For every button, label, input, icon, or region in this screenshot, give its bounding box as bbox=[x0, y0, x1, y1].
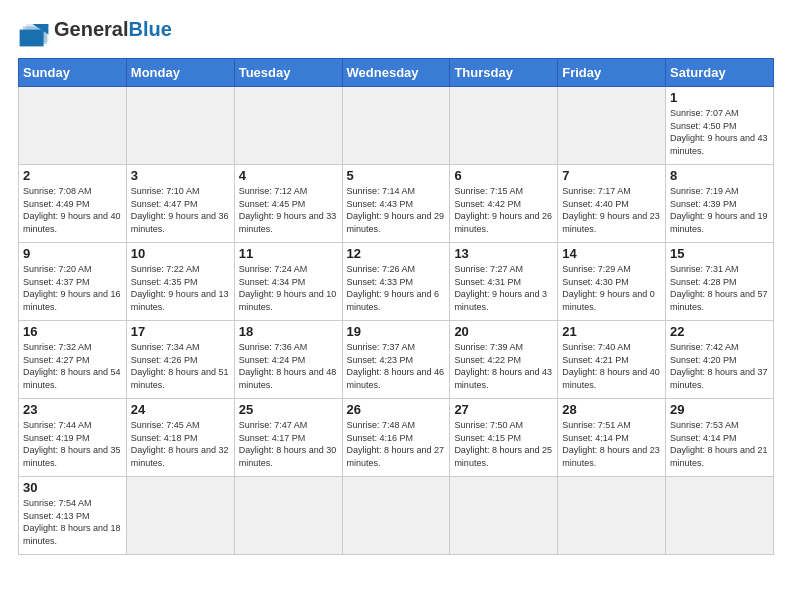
day-info: Sunrise: 7:15 AMSunset: 4:42 PMDaylight:… bbox=[454, 185, 553, 235]
svg-marker-2 bbox=[20, 30, 44, 47]
calendar-cell bbox=[126, 87, 234, 165]
day-number: 20 bbox=[454, 324, 553, 339]
calendar-cell: 15Sunrise: 7:31 AMSunset: 4:28 PMDayligh… bbox=[666, 243, 774, 321]
day-number: 24 bbox=[131, 402, 230, 417]
calendar-cell: 10Sunrise: 7:22 AMSunset: 4:35 PMDayligh… bbox=[126, 243, 234, 321]
calendar-cell: 12Sunrise: 7:26 AMSunset: 4:33 PMDayligh… bbox=[342, 243, 450, 321]
calendar-week-2: 9Sunrise: 7:20 AMSunset: 4:37 PMDaylight… bbox=[19, 243, 774, 321]
day-number: 15 bbox=[670, 246, 769, 261]
calendar-cell: 30Sunrise: 7:54 AMSunset: 4:13 PMDayligh… bbox=[19, 477, 127, 555]
day-number: 6 bbox=[454, 168, 553, 183]
calendar-cell: 14Sunrise: 7:29 AMSunset: 4:30 PMDayligh… bbox=[558, 243, 666, 321]
weekday-header-sunday: Sunday bbox=[19, 59, 127, 87]
day-info: Sunrise: 7:48 AMSunset: 4:16 PMDaylight:… bbox=[347, 419, 446, 469]
day-info: Sunrise: 7:20 AMSunset: 4:37 PMDaylight:… bbox=[23, 263, 122, 313]
day-info: Sunrise: 7:07 AMSunset: 4:50 PMDaylight:… bbox=[670, 107, 769, 157]
calendar-cell: 26Sunrise: 7:48 AMSunset: 4:16 PMDayligh… bbox=[342, 399, 450, 477]
calendar-cell: 19Sunrise: 7:37 AMSunset: 4:23 PMDayligh… bbox=[342, 321, 450, 399]
day-info: Sunrise: 7:53 AMSunset: 4:14 PMDaylight:… bbox=[670, 419, 769, 469]
calendar-cell: 9Sunrise: 7:20 AMSunset: 4:37 PMDaylight… bbox=[19, 243, 127, 321]
calendar-cell: 3Sunrise: 7:10 AMSunset: 4:47 PMDaylight… bbox=[126, 165, 234, 243]
day-info: Sunrise: 7:31 AMSunset: 4:28 PMDaylight:… bbox=[670, 263, 769, 313]
day-number: 21 bbox=[562, 324, 661, 339]
day-number: 28 bbox=[562, 402, 661, 417]
day-info: Sunrise: 7:47 AMSunset: 4:17 PMDaylight:… bbox=[239, 419, 338, 469]
calendar-cell: 29Sunrise: 7:53 AMSunset: 4:14 PMDayligh… bbox=[666, 399, 774, 477]
day-info: Sunrise: 7:44 AMSunset: 4:19 PMDaylight:… bbox=[23, 419, 122, 469]
calendar-cell: 18Sunrise: 7:36 AMSunset: 4:24 PMDayligh… bbox=[234, 321, 342, 399]
day-number: 16 bbox=[23, 324, 122, 339]
calendar-cell bbox=[126, 477, 234, 555]
day-number: 23 bbox=[23, 402, 122, 417]
calendar-cell: 7Sunrise: 7:17 AMSunset: 4:40 PMDaylight… bbox=[558, 165, 666, 243]
day-number: 12 bbox=[347, 246, 446, 261]
day-info: Sunrise: 7:42 AMSunset: 4:20 PMDaylight:… bbox=[670, 341, 769, 391]
calendar-body: 1Sunrise: 7:07 AMSunset: 4:50 PMDaylight… bbox=[19, 87, 774, 555]
calendar-header: SundayMondayTuesdayWednesdayThursdayFrid… bbox=[19, 59, 774, 87]
calendar-cell: 11Sunrise: 7:24 AMSunset: 4:34 PMDayligh… bbox=[234, 243, 342, 321]
day-info: Sunrise: 7:36 AMSunset: 4:24 PMDaylight:… bbox=[239, 341, 338, 391]
weekday-row: SundayMondayTuesdayWednesdayThursdayFrid… bbox=[19, 59, 774, 87]
day-info: Sunrise: 7:12 AMSunset: 4:45 PMDaylight:… bbox=[239, 185, 338, 235]
day-number: 13 bbox=[454, 246, 553, 261]
day-info: Sunrise: 7:29 AMSunset: 4:30 PMDaylight:… bbox=[562, 263, 661, 313]
calendar-cell bbox=[558, 87, 666, 165]
day-number: 25 bbox=[239, 402, 338, 417]
weekday-header-monday: Monday bbox=[126, 59, 234, 87]
calendar-cell: 1Sunrise: 7:07 AMSunset: 4:50 PMDaylight… bbox=[666, 87, 774, 165]
day-info: Sunrise: 7:24 AMSunset: 4:34 PMDaylight:… bbox=[239, 263, 338, 313]
calendar-cell: 5Sunrise: 7:14 AMSunset: 4:43 PMDaylight… bbox=[342, 165, 450, 243]
day-info: Sunrise: 7:10 AMSunset: 4:47 PMDaylight:… bbox=[131, 185, 230, 235]
calendar-cell: 27Sunrise: 7:50 AMSunset: 4:15 PMDayligh… bbox=[450, 399, 558, 477]
day-number: 29 bbox=[670, 402, 769, 417]
calendar-cell: 2Sunrise: 7:08 AMSunset: 4:49 PMDaylight… bbox=[19, 165, 127, 243]
calendar-cell: 16Sunrise: 7:32 AMSunset: 4:27 PMDayligh… bbox=[19, 321, 127, 399]
day-number: 18 bbox=[239, 324, 338, 339]
day-number: 8 bbox=[670, 168, 769, 183]
calendar-cell: 20Sunrise: 7:39 AMSunset: 4:22 PMDayligh… bbox=[450, 321, 558, 399]
day-number: 9 bbox=[23, 246, 122, 261]
logo: GeneralBlue bbox=[18, 18, 172, 48]
calendar-table: SundayMondayTuesdayWednesdayThursdayFrid… bbox=[18, 58, 774, 555]
calendar-cell: 23Sunrise: 7:44 AMSunset: 4:19 PMDayligh… bbox=[19, 399, 127, 477]
day-info: Sunrise: 7:19 AMSunset: 4:39 PMDaylight:… bbox=[670, 185, 769, 235]
calendar-cell bbox=[234, 87, 342, 165]
day-info: Sunrise: 7:39 AMSunset: 4:22 PMDaylight:… bbox=[454, 341, 553, 391]
calendar-week-3: 16Sunrise: 7:32 AMSunset: 4:27 PMDayligh… bbox=[19, 321, 774, 399]
day-number: 5 bbox=[347, 168, 446, 183]
day-number: 11 bbox=[239, 246, 338, 261]
calendar-cell bbox=[342, 477, 450, 555]
calendar-cell bbox=[450, 87, 558, 165]
calendar-cell: 6Sunrise: 7:15 AMSunset: 4:42 PMDaylight… bbox=[450, 165, 558, 243]
day-number: 19 bbox=[347, 324, 446, 339]
day-number: 30 bbox=[23, 480, 122, 495]
calendar-cell bbox=[342, 87, 450, 165]
calendar-cell bbox=[19, 87, 127, 165]
day-info: Sunrise: 7:40 AMSunset: 4:21 PMDaylight:… bbox=[562, 341, 661, 391]
weekday-header-saturday: Saturday bbox=[666, 59, 774, 87]
calendar-week-5: 30Sunrise: 7:54 AMSunset: 4:13 PMDayligh… bbox=[19, 477, 774, 555]
day-info: Sunrise: 7:51 AMSunset: 4:14 PMDaylight:… bbox=[562, 419, 661, 469]
calendar-cell: 4Sunrise: 7:12 AMSunset: 4:45 PMDaylight… bbox=[234, 165, 342, 243]
calendar-cell bbox=[666, 477, 774, 555]
calendar-cell bbox=[234, 477, 342, 555]
weekday-header-friday: Friday bbox=[558, 59, 666, 87]
calendar-cell: 24Sunrise: 7:45 AMSunset: 4:18 PMDayligh… bbox=[126, 399, 234, 477]
weekday-header-tuesday: Tuesday bbox=[234, 59, 342, 87]
day-number: 10 bbox=[131, 246, 230, 261]
day-info: Sunrise: 7:26 AMSunset: 4:33 PMDaylight:… bbox=[347, 263, 446, 313]
calendar-cell: 17Sunrise: 7:34 AMSunset: 4:26 PMDayligh… bbox=[126, 321, 234, 399]
day-number: 27 bbox=[454, 402, 553, 417]
day-number: 4 bbox=[239, 168, 338, 183]
day-info: Sunrise: 7:08 AMSunset: 4:49 PMDaylight:… bbox=[23, 185, 122, 235]
day-info: Sunrise: 7:32 AMSunset: 4:27 PMDaylight:… bbox=[23, 341, 122, 391]
day-number: 26 bbox=[347, 402, 446, 417]
day-info: Sunrise: 7:54 AMSunset: 4:13 PMDaylight:… bbox=[23, 497, 122, 547]
calendar-cell: 8Sunrise: 7:19 AMSunset: 4:39 PMDaylight… bbox=[666, 165, 774, 243]
day-number: 17 bbox=[131, 324, 230, 339]
day-number: 3 bbox=[131, 168, 230, 183]
day-info: Sunrise: 7:37 AMSunset: 4:23 PMDaylight:… bbox=[347, 341, 446, 391]
day-number: 22 bbox=[670, 324, 769, 339]
day-number: 1 bbox=[670, 90, 769, 105]
calendar-cell: 21Sunrise: 7:40 AMSunset: 4:21 PMDayligh… bbox=[558, 321, 666, 399]
